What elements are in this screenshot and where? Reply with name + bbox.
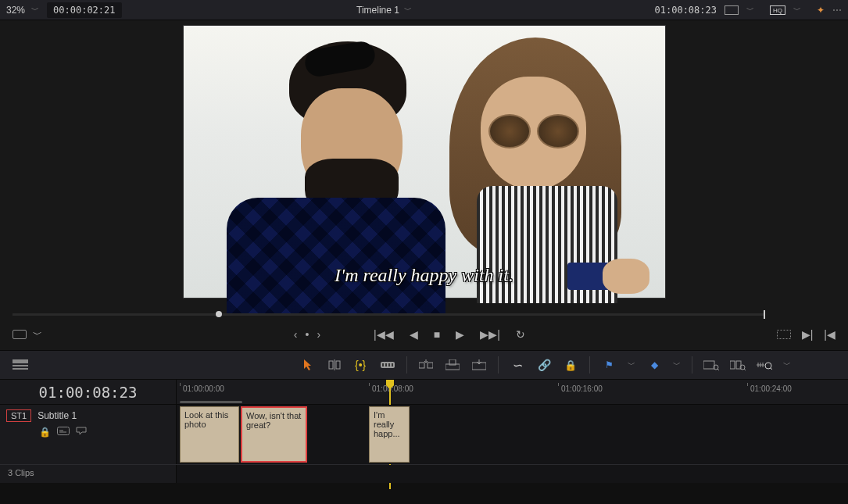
svg-rect-21 xyxy=(703,361,714,369)
marker-icon[interactable]: ◆ xyxy=(646,357,662,373)
subtitle-clip[interactable]: I'm really happ... xyxy=(369,406,410,463)
rendered-subtitle: I'm really happy with it. xyxy=(335,265,513,286)
enable-subtitle-icon[interactable] xyxy=(57,427,70,438)
svg-rect-3 xyxy=(777,331,790,339)
next-edit-icon[interactable]: ▶| xyxy=(802,328,814,341)
timeline-title[interactable]: Timeline 1 xyxy=(356,5,399,16)
play-icon[interactable]: ▶ xyxy=(456,328,464,341)
svg-rect-17 xyxy=(428,363,433,368)
chevron-down-icon[interactable]: ﹀ xyxy=(31,5,39,16)
svg-rect-0 xyxy=(725,5,739,14)
prev-marker-icon[interactable]: ‹ xyxy=(294,328,298,341)
trim-edit-tool-icon[interactable] xyxy=(327,357,342,373)
svg-rect-24 xyxy=(730,361,735,369)
mark-clip-icon[interactable] xyxy=(13,330,27,339)
track-badge[interactable]: ST1 xyxy=(6,409,31,422)
lock-icon[interactable]: 🔒 xyxy=(563,357,578,373)
zoom-level[interactable]: 32% xyxy=(6,5,25,16)
lock-track-icon[interactable]: 🔒 xyxy=(39,427,51,438)
svg-rect-7 xyxy=(329,361,333,369)
record-timecode[interactable]: 01:00:08:23 xyxy=(655,5,717,16)
chevron-down-icon[interactable]: ﹀ xyxy=(628,359,635,370)
svg-line-27 xyxy=(744,369,746,370)
track-body[interactable]: Look at this photo Wow, isn't that great… xyxy=(176,405,848,464)
subtitle-track: ST1 Subtitle 1 🔒 Look at this photo Wow,… xyxy=(0,405,848,464)
chevron-down-icon[interactable]: ﹀ xyxy=(404,5,412,16)
svg-line-23 xyxy=(717,369,719,370)
timeline-view-options-icon[interactable] xyxy=(13,357,28,373)
svg-text:{•}: {•} xyxy=(355,359,367,371)
match-frame-icon[interactable] xyxy=(777,330,791,339)
overwrite-clip-icon[interactable] xyxy=(445,357,460,373)
go-to-start-icon[interactable]: |◀◀ xyxy=(374,328,394,341)
blade-tool-icon[interactable] xyxy=(380,357,395,373)
svg-line-33 xyxy=(771,368,772,370)
svg-rect-13 xyxy=(385,363,387,366)
svg-rect-14 xyxy=(388,363,390,366)
marker-dot-icon[interactable]: • xyxy=(306,328,310,341)
chevron-down-icon[interactable]: ﹀ xyxy=(746,5,754,16)
timeline-header: 01:00:08:23 01:00:00:00 01:00:08:00 01:0… xyxy=(0,380,848,405)
menu-dots-icon[interactable]: ⋯ xyxy=(832,5,842,16)
clip-count: 3 Clips xyxy=(0,465,176,483)
loop-icon[interactable]: ↻ xyxy=(516,328,525,341)
chevron-down-icon[interactable]: ﹀ xyxy=(33,328,42,341)
timeline-ruler[interactable]: 01:00:00:00 01:00:08:00 01:00:16:00 01:0… xyxy=(176,380,848,404)
jog-position[interactable] xyxy=(216,311,222,317)
svg-rect-4 xyxy=(13,359,28,363)
timeline-timecode[interactable]: 01:00:08:23 xyxy=(39,384,138,401)
stop-icon[interactable]: ■ xyxy=(434,328,440,341)
bypass-fusion-icon[interactable]: ✦ xyxy=(817,5,825,16)
play-reverse-icon[interactable]: ◀ xyxy=(410,328,418,341)
custom-zoom-icon[interactable] xyxy=(757,357,772,373)
detail-zoom-icon[interactable] xyxy=(730,357,746,373)
snap-icon[interactable]: ∽ xyxy=(510,357,525,373)
transport-bar: ﹀ ‹ • › |◀◀ ◀ ■ ▶ ▶▶| ↻ ▶| |◀ xyxy=(0,319,848,350)
track-name[interactable]: Subtitle 1 xyxy=(38,410,77,421)
svg-rect-5 xyxy=(13,365,28,366)
frame-icon[interactable] xyxy=(725,5,739,15)
ruler-tick: 01:00:24:00 xyxy=(750,384,792,393)
svg-rect-8 xyxy=(336,361,340,369)
svg-rect-16 xyxy=(419,363,424,368)
source-timecode[interactable]: 00:00:02:21 xyxy=(47,2,121,18)
jog-end xyxy=(764,310,765,319)
insert-clip-icon[interactable] xyxy=(418,357,434,373)
svg-rect-12 xyxy=(382,363,384,366)
chevron-down-icon[interactable]: ﹀ xyxy=(783,359,791,370)
dynamic-trim-tool-icon[interactable]: {•} xyxy=(353,357,369,373)
svg-point-32 xyxy=(765,363,771,369)
flag-icon[interactable]: ⚑ xyxy=(601,357,617,373)
replace-clip-icon[interactable] xyxy=(471,357,487,373)
selection-tool-icon[interactable] xyxy=(300,357,316,373)
caption-icon[interactable] xyxy=(76,427,87,438)
chevron-down-icon[interactable]: ﹀ xyxy=(673,359,681,370)
footer-track-area xyxy=(176,465,848,483)
link-icon[interactable]: 🔗 xyxy=(536,357,552,373)
last-edit-icon[interactable]: |◀ xyxy=(824,328,835,341)
full-extent-zoom-icon[interactable] xyxy=(703,357,719,373)
timeline-footer: 3 Clips xyxy=(0,464,848,483)
edit-toolbar: {•} ∽ 🔗 🔒 ⚑ ﹀ ◆ ﹀ ﹀ xyxy=(0,350,848,380)
track-header[interactable]: ST1 Subtitle 1 🔒 xyxy=(0,405,176,464)
chevron-down-icon[interactable]: ﹀ xyxy=(793,5,801,16)
svg-rect-6 xyxy=(13,368,28,370)
viewer-panel: I'm really happy with it. xyxy=(0,20,848,303)
svg-text:HQ: HQ xyxy=(773,7,782,14)
viewer-top-bar: 32% ﹀ 00:00:02:21 Timeline 1 ﹀ 01:00:08:… xyxy=(0,0,848,20)
go-to-end-icon[interactable]: ▶▶| xyxy=(480,328,500,341)
ruler-tick: 01:00:16:00 xyxy=(561,384,603,393)
subtitle-clip-selected[interactable]: Wow, isn't that great? xyxy=(241,406,307,463)
ruler-tick: 01:00:00:00 xyxy=(183,384,224,393)
subtitle-clip[interactable]: Look at this photo xyxy=(180,406,239,463)
hq-icon[interactable]: HQ xyxy=(770,5,785,15)
next-marker-icon[interactable]: › xyxy=(317,328,320,341)
timeline-zoom-bar[interactable] xyxy=(180,401,242,403)
video-frame[interactable]: I'm really happy with it. xyxy=(183,25,666,298)
jog-bar[interactable] xyxy=(13,313,765,316)
svg-rect-15 xyxy=(392,363,393,366)
